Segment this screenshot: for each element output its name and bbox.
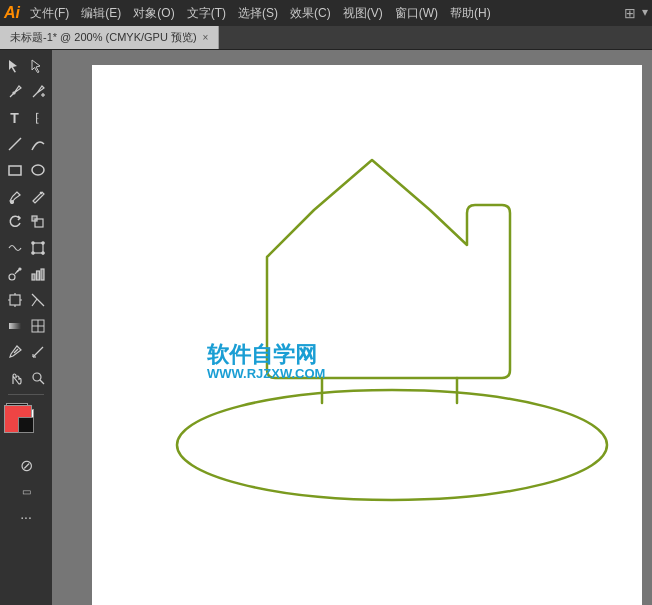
tab-bar: 未标题-1* @ 200% (CMYK/GPU 预览) ×	[0, 26, 652, 50]
svg-line-3	[9, 138, 21, 150]
svg-rect-19	[41, 269, 44, 280]
svg-point-5	[32, 165, 44, 175]
svg-point-12	[31, 252, 33, 254]
tab-close-button[interactable]: ×	[203, 32, 209, 43]
svg-point-11	[41, 242, 43, 244]
canvas-area: 软件自学网 WWW.RJZXW.COM	[52, 50, 652, 605]
menu-object[interactable]: 对象(O)	[133, 5, 174, 22]
arc-tool[interactable]	[27, 133, 49, 155]
draw-normal-icon[interactable]: ▭	[15, 480, 37, 502]
tool-row-type: T ⁅	[4, 106, 49, 130]
chevron-down-icon[interactable]: ▾	[642, 5, 648, 21]
hand-tool[interactable]	[4, 367, 26, 389]
svg-line-16	[17, 270, 19, 272]
add-anchor-tool[interactable]	[27, 81, 49, 103]
slice-tool[interactable]	[27, 289, 49, 311]
tool-row-eyedropper	[4, 340, 49, 364]
tool-row-color-mode: ⊘	[15, 453, 37, 477]
scale-tool[interactable]	[27, 211, 49, 233]
rotate-tool[interactable]	[4, 211, 26, 233]
selection-tool[interactable]	[4, 55, 26, 77]
menu-file[interactable]: 文件(F)	[30, 5, 69, 22]
free-transform-tool[interactable]	[27, 237, 49, 259]
svg-point-39	[177, 390, 607, 500]
rectangle-tool[interactable]	[4, 159, 26, 181]
artboard-tool[interactable]	[4, 289, 26, 311]
measure-tool[interactable]	[27, 341, 49, 363]
svg-rect-20	[10, 295, 20, 305]
direct-selection-tool[interactable]	[27, 55, 49, 77]
menu-type[interactable]: 文字(T)	[187, 5, 226, 22]
tool-row-paint	[4, 184, 49, 208]
more-tools-button[interactable]: ···	[15, 506, 37, 528]
svg-rect-4	[9, 166, 21, 175]
tab-title: 未标题-1* @ 200% (CMYK/GPU 预览)	[10, 30, 197, 45]
warp-tool[interactable]	[4, 237, 26, 259]
gradient-tool[interactable]	[4, 315, 26, 337]
none-swatch[interactable]: ⊘	[15, 454, 37, 476]
tool-row-extra: ···	[15, 505, 37, 529]
tool-row-warp	[4, 236, 49, 260]
vertical-type-tool[interactable]: ⁅	[27, 107, 49, 129]
stroke-swatch-active[interactable]	[18, 417, 34, 433]
svg-rect-17	[32, 274, 35, 280]
color-swatches[interactable]	[2, 403, 50, 447]
svg-line-36	[40, 380, 44, 384]
menu-edit[interactable]: 编辑(E)	[81, 5, 121, 22]
svg-rect-27	[9, 323, 21, 329]
menu-window[interactable]: 窗口(W)	[395, 5, 438, 22]
menu-view[interactable]: 视图(V)	[343, 5, 383, 22]
tool-row-gradient	[4, 314, 49, 338]
main-layout: T ⁅	[0, 50, 652, 605]
menu-select[interactable]: 选择(S)	[238, 5, 278, 22]
svg-point-13	[41, 252, 43, 254]
symbol-sprayer-tool[interactable]	[4, 263, 26, 285]
tool-row-pen	[4, 80, 49, 104]
svg-point-15	[19, 268, 21, 270]
tool-row-line	[4, 132, 49, 156]
svg-point-10	[31, 242, 33, 244]
svg-point-14	[9, 274, 15, 280]
tool-row-selection	[4, 54, 49, 78]
pencil-tool[interactable]	[27, 185, 49, 207]
left-toolbar: T ⁅	[0, 50, 52, 605]
line-tool[interactable]	[4, 133, 26, 155]
tool-row-rect	[4, 158, 49, 182]
grid-icon[interactable]: ⊞	[624, 5, 636, 21]
pen-tool[interactable]	[4, 81, 26, 103]
menu-bar: Ai 文件(F) 编辑(E) 对象(O) 文字(T) 选择(S) 效果(C) 视…	[0, 0, 652, 26]
artwork-svg	[92, 65, 642, 605]
svg-point-6	[10, 201, 13, 204]
column-graph-tool[interactable]	[27, 263, 49, 285]
tool-row-hand	[4, 366, 49, 390]
tool-row-slice	[4, 288, 49, 312]
svg-rect-8	[32, 216, 37, 221]
paintbrush-tool[interactable]	[4, 185, 26, 207]
menu-items[interactable]: 文件(F) 编辑(E) 对象(O) 文字(T) 选择(S) 效果(C) 视图(V…	[30, 5, 491, 22]
app-logo: Ai	[4, 4, 20, 22]
toolbar-divider	[8, 394, 44, 395]
tool-row-screen: ▭	[15, 479, 37, 503]
svg-line-26	[32, 299, 37, 306]
svg-rect-18	[36, 271, 39, 280]
document-tab[interactable]: 未标题-1* @ 200% (CMYK/GPU 预览) ×	[0, 26, 219, 49]
menu-effect[interactable]: 效果(C)	[290, 5, 331, 22]
menu-right-icons: ⊞ ▾	[624, 5, 648, 21]
mesh-tool[interactable]	[27, 315, 49, 337]
type-tool[interactable]: T	[4, 107, 26, 129]
svg-point-0	[13, 92, 15, 94]
ellipse-tool[interactable]	[27, 159, 49, 181]
menu-help[interactable]: 帮助(H)	[450, 5, 491, 22]
tool-row-symbol	[4, 262, 49, 286]
svg-rect-9	[33, 243, 43, 253]
svg-line-32	[33, 347, 43, 357]
svg-point-35	[33, 373, 41, 381]
zoom-tool[interactable]	[27, 367, 49, 389]
eyedropper-tool[interactable]	[4, 341, 26, 363]
tool-row-rotate	[4, 210, 49, 234]
